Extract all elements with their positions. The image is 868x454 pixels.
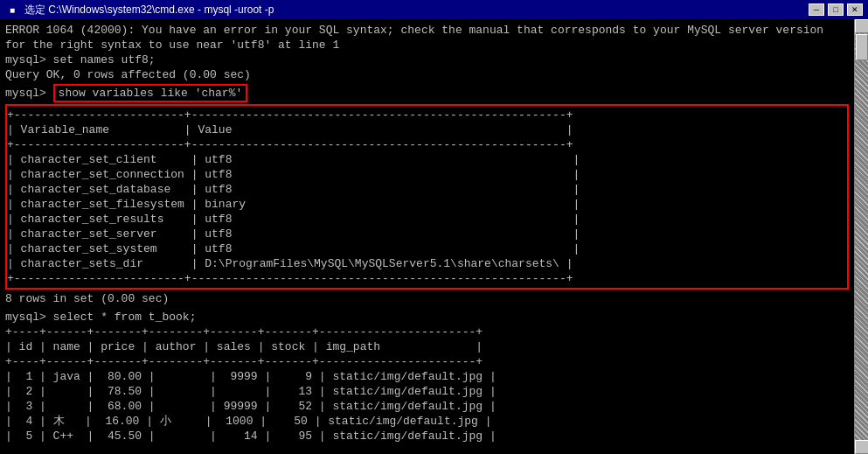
mysql-prompt-1: mysql> <box>5 86 53 101</box>
scrollbar-track[interactable] <box>855 33 868 440</box>
table-row-6: | character_set_system | utf8 | <box>7 241 847 256</box>
table-row-3: | character_set_filesystem | binary | <box>7 197 847 212</box>
table-row-5: | character_set_server | utf8 | <box>7 227 847 241</box>
table-header: | Variable_name | Value | <box>7 122 847 137</box>
variables-table: +-------------------------+-------------… <box>5 104 849 290</box>
book-sep-2: +----+------+-------+--------+-------+--… <box>5 354 849 369</box>
table-row-7: | character_sets_dir | D:\ProgramFiles\M… <box>7 256 847 271</box>
restore-button[interactable]: □ <box>828 3 844 16</box>
rows-in-set: 8 rows in set (0.00 sec) <box>5 291 849 306</box>
book-row-5: | 5 | C++ | 45.50 | | 14 | 95 | static/i… <box>5 429 849 444</box>
book-row-4: | 4 | 木 | 16.00 | 小 | 1000 | 50 | static… <box>5 414 849 429</box>
show-cmd-line: mysql> show variables like 'char%' <box>5 84 849 102</box>
book-header: | id | name | price | author | sales | s… <box>5 339 849 354</box>
error-line-2: for the right syntax to use near 'utf8' … <box>5 38 849 52</box>
select-cmd: mysql> select * from t_book; <box>5 310 849 325</box>
book-table: +----+------+-------+--------+-------+--… <box>5 325 849 444</box>
table-sep-1: +-------------------------+-------------… <box>7 108 847 122</box>
window: ■ 选定 C:\Windows\system32\cmd.exe - mysql… <box>0 0 868 454</box>
query-ok: Query OK, 0 rows affected (0.00 sec) <box>5 67 849 82</box>
table-row-0: | character_set_client | utf8 | <box>7 152 847 167</box>
titlebar: ■ 选定 C:\Windows\system32\cmd.exe - mysql… <box>0 0 868 19</box>
titlebar-controls: ─ □ ✕ <box>809 3 863 16</box>
scrollbar-thumb[interactable] <box>856 34 868 60</box>
error-line-1: ERROR 1064 (42000): You have an error in… <box>5 23 849 38</box>
app-icon: ■ <box>5 3 19 17</box>
table-footer-sep: +-------------------------+-------------… <box>7 271 847 286</box>
set-names-cmd: mysql> set names utf8; <box>5 52 849 67</box>
book-row-1: | 1 | java | 80.00 | | 9999 | 9 | static… <box>5 369 849 384</box>
minimize-button[interactable]: ─ <box>809 3 824 16</box>
close-button[interactable]: ✕ <box>847 3 863 16</box>
show-cmd-highlighted: show variables like 'char%' <box>53 84 248 102</box>
table-row-1: | character_set_connection | utf8 | <box>7 167 847 182</box>
book-row-3: | 3 | | 68.00 | | 99999 | 52 | static/im… <box>5 399 849 414</box>
scroll-up-button[interactable]: ▲ <box>855 19 869 33</box>
table-sep-2: +-------------------------+-------------… <box>7 137 847 152</box>
window-title: 选定 C:\Windows\system32\cmd.exe - mysql -… <box>24 3 809 17</box>
table-row-2: | character_set_database | utf8 | <box>7 182 847 197</box>
book-row-2: | 2 | | 78.50 | | | 13 | static/img/defa… <box>5 384 849 399</box>
vertical-scrollbar[interactable]: ▲ ▼ <box>854 19 868 454</box>
console-output[interactable]: ERROR 1064 (42000): You have an error in… <box>0 19 854 454</box>
book-sep-1: +----+------+-------+--------+-------+--… <box>5 325 849 339</box>
window-body: ERROR 1064 (42000): You have an error in… <box>0 19 868 454</box>
table-row-4: | character_set_results | utf8 | <box>7 212 847 227</box>
scroll-down-button[interactable]: ▼ <box>855 440 869 454</box>
